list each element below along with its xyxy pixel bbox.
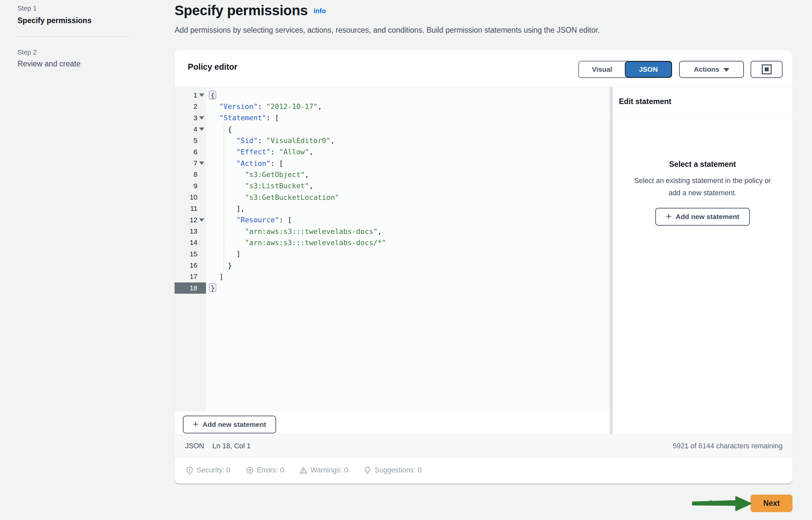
maximize-editor-button[interactable] <box>751 61 783 78</box>
actions-dropdown-button[interactable]: Actions <box>679 61 744 78</box>
validation-item[interactable]: Warnings: 0 <box>299 466 348 474</box>
cursor-position: Ln 18, Col 1 <box>212 442 251 450</box>
code-line[interactable]: 6 "Effect": "Allow", <box>175 146 610 158</box>
sidebar-item-specify-permissions[interactable]: Specify permissions <box>17 16 129 25</box>
step2-label: Step 2 <box>17 49 129 56</box>
line-gutter: 5 <box>175 135 206 146</box>
fold-arrow-icon <box>199 116 204 120</box>
shield-icon <box>186 466 194 474</box>
edit-statement-panel: Edit statement Select a statement Select… <box>613 87 792 435</box>
code-text: } <box>206 284 215 292</box>
line-number: 10 <box>190 193 197 201</box>
line-gutter: 4 <box>175 124 206 135</box>
validation-summary: Security: 0Errors: 0Warnings: 0Suggestio… <box>175 457 792 483</box>
line-gutter: 9 <box>175 180 206 191</box>
page-header: Specify permissionsInfo Add permissions … <box>175 3 670 35</box>
error-icon <box>246 466 254 474</box>
code-lines: 1{2 "Version": "2012-10-17",3 "Statement… <box>175 89 610 294</box>
steps-divider <box>17 36 129 37</box>
fold-toggle[interactable] <box>197 158 206 169</box>
editor-mode-toggle: Visual JSON <box>578 61 672 78</box>
fold-toggle[interactable] <box>197 112 206 124</box>
cancel-button[interactable]: Cancel <box>708 499 732 508</box>
line-gutter: 1 <box>175 89 206 101</box>
line-gutter: 7 <box>175 158 206 169</box>
code-line[interactable]: 2 "Version": "2012-10-17", <box>175 101 610 112</box>
code-line[interactable]: 10 "s3:GetBucketLocation" <box>175 191 610 203</box>
code-text: "Sid": "VisualEditor0", <box>206 136 335 145</box>
status-mode: JSON <box>185 442 204 450</box>
line-number: 6 <box>193 148 197 156</box>
line-gutter: 15 <box>175 249 206 260</box>
json-toggle-button[interactable]: JSON <box>625 61 671 77</box>
actions-label: Actions <box>694 66 719 73</box>
line-number: 1 <box>193 91 197 99</box>
line-number: 4 <box>193 125 197 133</box>
suggestion-icon <box>363 466 372 474</box>
validation-label: Warnings: 0 <box>311 466 348 474</box>
validation-label: Security: 0 <box>197 466 230 474</box>
sidebar-item-review-and-create[interactable]: Review and create <box>17 59 129 69</box>
code-line[interactable]: 7 "Action": [ <box>175 158 610 169</box>
fold-slot <box>197 101 206 112</box>
code-text: "s3:GetBucketLocation" <box>206 193 339 202</box>
line-gutter: 11 <box>175 203 206 214</box>
code-text: "s3:ListBucket", <box>206 182 314 190</box>
code-line[interactable]: 13 "arn:aws:s3:::twelevelabs-docs", <box>175 226 610 237</box>
add-new-statement-button[interactable]: + Add new statement <box>183 416 276 434</box>
code-text: "arn:aws:s3:::twelevelabs-docs", <box>206 227 382 236</box>
code-text: "s3:GetObject", <box>206 171 309 179</box>
code-line[interactable]: 9 "s3:ListBucket", <box>175 180 610 191</box>
line-gutter: 6 <box>175 146 206 158</box>
code-line[interactable]: 18} <box>175 283 610 294</box>
code-text: "Version": "2012-10-17", <box>206 102 322 111</box>
json-editor[interactable]: 1{2 "Version": "2012-10-17",3 "Statement… <box>175 87 610 412</box>
fold-toggle[interactable] <box>197 124 206 135</box>
caret-down-icon <box>723 68 729 72</box>
validation-item[interactable]: Suggestions: 0 <box>363 466 421 474</box>
line-number: 7 <box>193 159 197 167</box>
line-gutter: 18 <box>175 283 206 294</box>
fold-slot <box>197 169 206 180</box>
select-statement-empty-state: Select a statement Select an existing st… <box>613 160 792 226</box>
add-new-statement-panel-button[interactable]: + Add new statement <box>655 208 750 226</box>
line-gutter: 16 <box>175 260 206 271</box>
fold-slot <box>197 226 206 237</box>
code-line[interactable]: 8 "s3:GetObject", <box>175 169 610 180</box>
code-line[interactable]: 15 ] <box>175 249 610 260</box>
visual-toggle-button[interactable]: Visual <box>579 61 625 77</box>
code-line[interactable]: 1{ <box>175 89 610 101</box>
line-number: 9 <box>193 182 197 190</box>
policy-editor-title: Policy editor <box>188 62 238 72</box>
code-line[interactable]: 4 { <box>175 124 610 135</box>
create-policy-page: Step 1 Specify permissions Step 2 Review… <box>0 0 812 520</box>
line-number: 15 <box>190 250 197 258</box>
fold-slot <box>197 191 206 203</box>
code-line[interactable]: 5 "Sid": "VisualEditor0", <box>175 135 610 146</box>
add-statement-row: + Add new statement <box>175 412 610 435</box>
json-code-pane: 1{2 "Version": "2012-10-17",3 "Statement… <box>175 87 610 435</box>
validation-label: Suggestions: 0 <box>375 466 421 474</box>
code-line[interactable]: 14 "arn:aws:s3:::twelevelabs-docs/*" <box>175 237 610 248</box>
fold-slot <box>197 271 206 282</box>
info-link[interactable]: Info <box>314 7 326 15</box>
validation-item[interactable]: Security: 0 <box>186 466 230 474</box>
fold-slot <box>197 237 206 248</box>
line-number: 5 <box>193 136 197 145</box>
code-line[interactable]: 17 ] <box>175 271 610 282</box>
validation-item[interactable]: Errors: 0 <box>246 466 284 474</box>
code-line[interactable]: 16 } <box>175 260 610 271</box>
code-text: } <box>206 261 232 269</box>
fold-toggle[interactable] <box>197 214 206 226</box>
fold-toggle[interactable] <box>197 89 206 101</box>
steps-nav: Step 1 Specify permissions Step 2 Review… <box>17 5 129 69</box>
page-description: Add permissions by selecting services, a… <box>175 26 670 35</box>
next-button[interactable]: Next <box>751 495 792 512</box>
panel-divider <box>613 119 792 119</box>
code-line[interactable]: 3 "Statement": [ <box>175 112 610 124</box>
pane-resize-handle[interactable] <box>610 87 613 435</box>
code-text: "arn:aws:s3:::twelevelabs-docs/*" <box>206 238 386 247</box>
line-number: 14 <box>190 238 197 246</box>
code-line[interactable]: 11 ], <box>175 203 610 214</box>
code-line[interactable]: 12 "Resource": [ <box>175 214 610 226</box>
